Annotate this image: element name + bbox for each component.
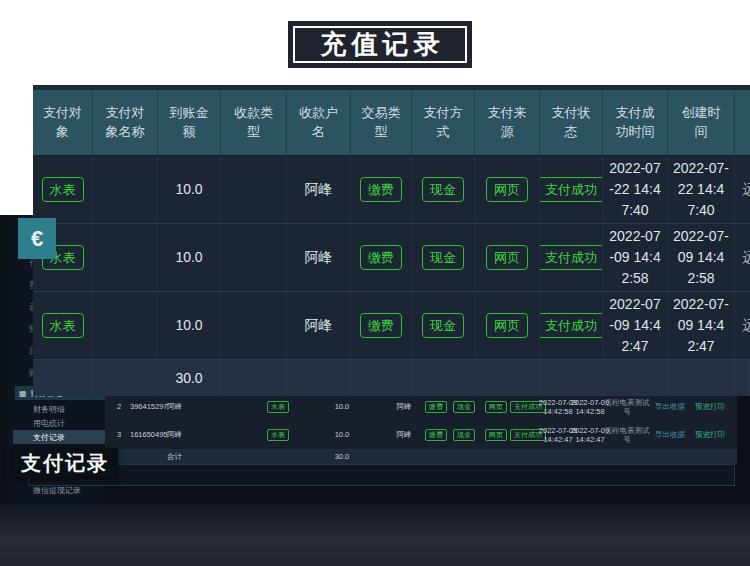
cell-pay-method: 现金 bbox=[412, 156, 475, 223]
recharge-records-table: 支付对象 支付对象名称 到账金额 收款类型 收款户名 交易类型 支付方式 支付来… bbox=[33, 85, 750, 392]
total-empty bbox=[351, 360, 412, 396]
preview-print-link[interactable]: 预览打印 bbox=[690, 393, 730, 421]
col-header-trade-type: 交易类型 bbox=[351, 90, 412, 155]
cell-pay-source: 网页 bbox=[475, 292, 540, 359]
total-amount: 30.0 bbox=[312, 449, 372, 464]
col-header-target-name: 支付对象名称 bbox=[93, 90, 158, 155]
pay-status-tag: 支付成功 bbox=[540, 177, 603, 203]
cell-trade-type: 缴费 bbox=[351, 224, 412, 291]
trade-type-tag: 缴费 bbox=[360, 245, 402, 271]
cell-pay-status: 支付成功 bbox=[540, 292, 603, 359]
total-empty bbox=[287, 360, 351, 396]
cell-pay-method: 现金 bbox=[412, 292, 475, 359]
euro-logo-icon: € bbox=[31, 226, 43, 252]
cell-device-clipped: 远程电表测试号 bbox=[735, 156, 750, 223]
total-empty bbox=[603, 360, 668, 396]
export-receipt-link[interactable]: 导出收据 bbox=[650, 393, 690, 421]
cell-account: 阿峰 bbox=[287, 156, 351, 223]
col-header-pay-source: 支付来源 bbox=[475, 90, 540, 155]
cell-pay-target: 水表 bbox=[250, 421, 306, 449]
zoomed-payment-records-label: 支付记录 bbox=[12, 448, 118, 478]
water-meter-tag: 水表 bbox=[267, 429, 289, 441]
cell-create-time: 2022-07-09 14:42:47 bbox=[668, 292, 735, 359]
cell-receive-type bbox=[221, 224, 287, 291]
cell-target-name bbox=[93, 224, 158, 291]
col-header-pay-method: 支付方式 bbox=[412, 90, 475, 155]
total-amount: 30.0 bbox=[158, 360, 221, 396]
table-total-row: 30.0 bbox=[33, 360, 750, 396]
cell-pay-source: 网页 bbox=[475, 224, 540, 291]
cell-create-time: 2022-07-22 14:47:40 bbox=[668, 156, 735, 223]
cell-success-time: 2022-07-09 14:42:58 bbox=[603, 224, 668, 291]
cell-seq: 3 bbox=[109, 421, 129, 449]
pay-method-tag: 现金 bbox=[453, 429, 475, 441]
pay-status-tag: 支付成功 bbox=[540, 245, 603, 271]
export-receipt-link[interactable]: 导出收据 bbox=[650, 421, 690, 449]
total-empty bbox=[412, 360, 475, 396]
col-header-amount: 到账金额 bbox=[158, 90, 221, 155]
cell-trade-type: 缴费 bbox=[351, 292, 412, 359]
cell-success-time: 2022-07-22 14:47:40 bbox=[603, 156, 668, 223]
pay-source-tag: 网页 bbox=[486, 313, 528, 339]
total-empty bbox=[540, 360, 603, 396]
cell-pay-target: 水表 bbox=[33, 156, 93, 223]
cell-amount: 10.0 bbox=[312, 393, 372, 421]
pay-method-tag: 现金 bbox=[422, 313, 464, 339]
pay-method-tag: 现金 bbox=[422, 177, 464, 203]
cell-amount: 10.0 bbox=[158, 156, 221, 223]
table-row: 水表 10.0 阿峰 缴费 现金 网页 支付成功 2022-07-09 14:4… bbox=[33, 292, 750, 360]
cell-receive-type bbox=[221, 292, 287, 359]
cell-trade-type: 缴费 bbox=[351, 156, 412, 223]
cell-device-clipped: 远程电表测试号 bbox=[735, 224, 750, 291]
cell-amount: 10.0 bbox=[158, 224, 221, 291]
cell-pay-method: 现金 bbox=[412, 224, 475, 291]
table-header-row: 支付对象 支付对象名称 到账金额 收款类型 收款户名 交易类型 支付方式 支付来… bbox=[33, 90, 750, 156]
trade-type-tag: 缴费 bbox=[360, 313, 402, 339]
water-meter-tag: 水表 bbox=[267, 401, 289, 413]
water-meter-tag: 水表 bbox=[42, 313, 84, 339]
background-table-footer bbox=[28, 464, 735, 486]
cell-device-clipped: 远程电表测试号 bbox=[735, 292, 750, 359]
cell-success-time: 2022-07-09 14:42:47 bbox=[603, 292, 668, 359]
water-meter-tag: 水表 bbox=[42, 177, 84, 203]
sidebar-item-finance-detail[interactable]: 财务明细 bbox=[13, 402, 105, 416]
cell-target-name bbox=[93, 156, 158, 223]
page-title: 充值记录 bbox=[293, 26, 467, 63]
cell-create-time: 2022-07-09 14:42:58 bbox=[668, 224, 735, 291]
table-row: 3 161650495 阿峰 水表 10.0 阿峰 缴费 现金 网页 支付成功 … bbox=[105, 421, 737, 450]
sidebar-item-power-stats[interactable]: 用电统计 bbox=[13, 416, 105, 430]
preview-print-link[interactable]: 预览打印 bbox=[690, 421, 730, 449]
cell-pay-status: 支付成功 bbox=[540, 224, 603, 291]
cell-pay-target: 水表 bbox=[250, 393, 306, 421]
total-empty bbox=[33, 360, 93, 396]
sidebar-item-payment-records[interactable]: 支付记录 bbox=[13, 430, 105, 444]
cell-pay-source: 网页 bbox=[475, 156, 540, 223]
total-empty bbox=[475, 360, 540, 396]
cell-device: 远程电表测试号 bbox=[601, 393, 653, 421]
pay-source-tag: 网页 bbox=[486, 177, 528, 203]
cell-pay-status: 支付成功 bbox=[540, 156, 603, 223]
cell-receive-type bbox=[221, 156, 287, 223]
total-label: 合计 bbox=[167, 449, 207, 464]
cell-account: 阿峰 bbox=[287, 224, 351, 291]
col-header-pay-status: 支付状态 bbox=[540, 90, 603, 155]
cell-device: 远程电表测试号 bbox=[601, 421, 653, 449]
total-empty bbox=[93, 360, 158, 396]
col-header-success-time: 支付成功时间 bbox=[603, 90, 668, 155]
col-header-pay-target: 支付对象 bbox=[33, 90, 93, 155]
pay-method-tag: 现金 bbox=[453, 401, 475, 413]
cell-amount: 10.0 bbox=[158, 292, 221, 359]
finance-group-icon: ▦ bbox=[19, 389, 27, 398]
table-row: 2 396415297 阿峰 水表 10.0 阿峰 缴费 现金 网页 支付成功 … bbox=[105, 393, 737, 422]
col-header-receive-type: 收款类型 bbox=[221, 90, 287, 155]
cell-name: 阿峰 bbox=[167, 393, 207, 421]
table-total-row: 合计 30.0 bbox=[105, 449, 737, 464]
trade-type-tag: 缴费 bbox=[360, 177, 402, 203]
col-header-create-time: 创建时间 bbox=[668, 90, 735, 155]
cell-pay-target: 水表 bbox=[33, 292, 93, 359]
pay-status-tag: 支付成功 bbox=[540, 313, 603, 339]
total-empty bbox=[735, 360, 750, 396]
pay-source-tag: 网页 bbox=[486, 245, 528, 271]
page-title-box: 充值记录 bbox=[288, 21, 472, 68]
pay-method-tag: 现金 bbox=[422, 245, 464, 271]
